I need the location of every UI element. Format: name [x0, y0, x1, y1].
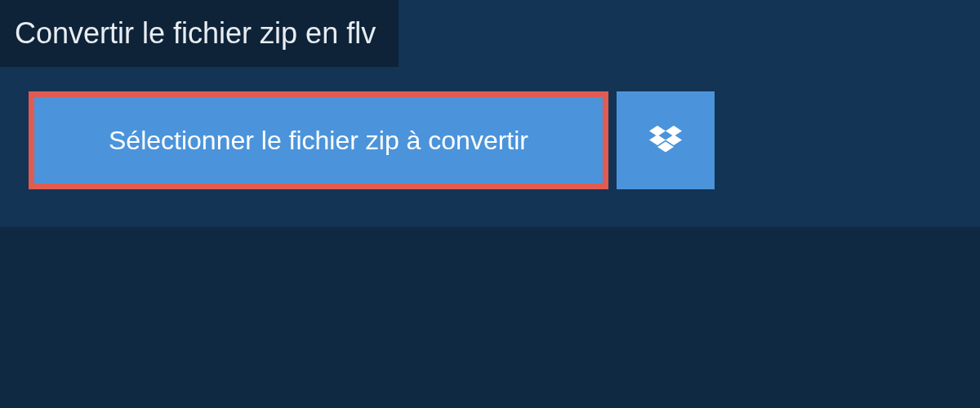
select-file-label: Sélectionner le fichier zip à convertir — [109, 126, 528, 156]
page-title-text: Convertir le fichier zip en flv — [15, 16, 376, 50]
button-row: Sélectionner le fichier zip à convertir — [29, 91, 715, 189]
select-file-button[interactable]: Sélectionner le fichier zip à convertir — [29, 91, 608, 189]
conversion-panel: Convertir le fichier zip en flv Sélectio… — [0, 0, 980, 227]
dropbox-button[interactable] — [617, 91, 715, 189]
page-title: Convertir le fichier zip en flv — [0, 0, 399, 67]
dropbox-icon — [649, 126, 682, 155]
